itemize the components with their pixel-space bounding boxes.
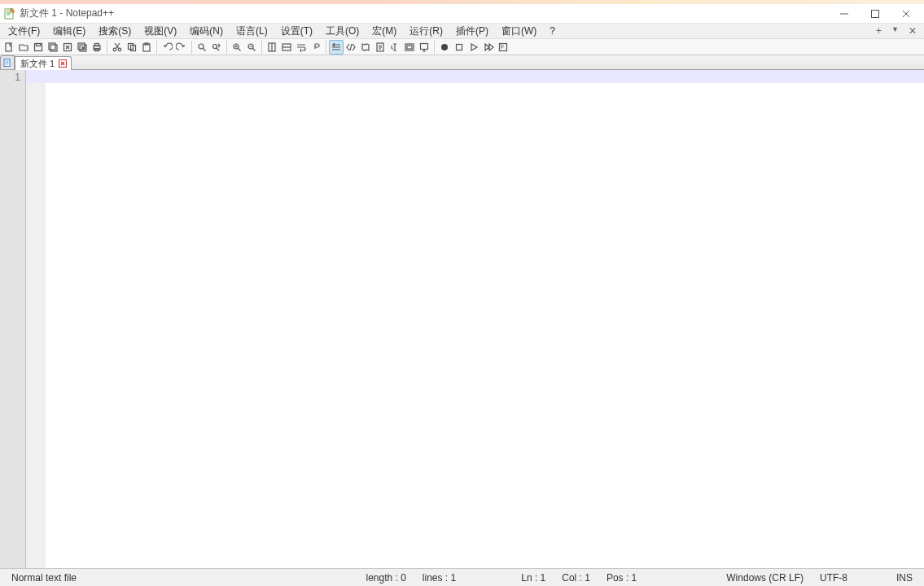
menu-view[interactable]: 视图(V) — [138, 24, 183, 39]
save-macro-button[interactable] — [496, 40, 510, 55]
paste-button[interactable] — [139, 40, 154, 55]
svg-rect-5 — [49, 43, 55, 50]
zoom-out-button[interactable] — [244, 40, 259, 55]
app-icon — [3, 7, 16, 20]
menu-language[interactable]: 语言(L) — [230, 24, 274, 39]
toolbar-separator — [434, 41, 435, 54]
status-encoding[interactable]: UTF-8 — [812, 569, 856, 586]
menu-settings[interactable]: 设置(T) — [274, 24, 319, 39]
current-line-highlight — [46, 70, 924, 83]
indent-guide-button[interactable] — [329, 40, 344, 55]
menu-encoding[interactable]: 编码(N) — [183, 24, 230, 39]
status-length: length : 0 — [357, 569, 414, 586]
menubar-close-button[interactable]: ✕ — [906, 25, 919, 37]
record-macro-button[interactable] — [437, 40, 452, 55]
toolbar — [0, 39, 924, 55]
svg-rect-1 — [872, 10, 879, 17]
cut-button[interactable] — [110, 40, 125, 55]
doc-map-button[interactable] — [358, 40, 373, 55]
status-pos: Pos : 1 — [598, 569, 645, 586]
folder-workspace-button[interactable] — [402, 40, 417, 55]
zoom-in-button[interactable] — [230, 40, 244, 55]
menu-window[interactable]: 窗口(W) — [495, 24, 543, 39]
toolbar-separator — [156, 41, 157, 54]
statusbar: Normal text file length : 0 lines : 1 Ln… — [0, 568, 924, 586]
menu-search[interactable]: 搜索(S) — [92, 24, 138, 39]
save-all-button[interactable] — [46, 40, 60, 55]
menu-edit[interactable]: 编辑(E) — [46, 24, 92, 39]
tab-label: 新文件 1 — [20, 58, 55, 70]
menu-tools[interactable]: 工具(O) — [319, 24, 366, 39]
svg-point-29 — [441, 44, 448, 50]
tab-close-button[interactable] — [58, 59, 68, 68]
wrap-button[interactable] — [294, 40, 309, 55]
svg-rect-11 — [95, 43, 99, 46]
close-button[interactable] — [896, 6, 916, 22]
sync-h-button[interactable] — [279, 40, 294, 55]
print-button[interactable] — [90, 40, 104, 55]
toolbar-separator — [226, 41, 227, 54]
document-tab[interactable]: 新文件 1 — [15, 56, 72, 70]
svg-rect-3 — [35, 43, 42, 50]
toolbar-separator — [261, 41, 262, 54]
line-number-gutter: 1 — [0, 70, 26, 568]
menubar-dropdown-button[interactable]: ▼ — [889, 25, 901, 37]
svg-rect-2 — [6, 43, 11, 51]
window-title: 新文件 1 - Notepad++ — [20, 7, 834, 20]
close-all-button[interactable] — [75, 40, 90, 55]
svg-point-19 — [199, 44, 204, 49]
svg-rect-30 — [457, 44, 462, 50]
status-lines: lines : 1 — [414, 569, 464, 586]
copy-button[interactable] — [125, 40, 139, 55]
minimize-button[interactable] — [834, 6, 854, 22]
redo-button[interactable] — [174, 40, 189, 55]
editor-area: 1 — [0, 70, 924, 568]
stop-macro-button[interactable] — [452, 40, 466, 55]
play-macro-button[interactable] — [466, 40, 481, 55]
close-file-button[interactable] — [60, 40, 75, 55]
text-editor[interactable] — [46, 70, 924, 568]
toolbar-separator — [107, 41, 107, 54]
monitor-button[interactable] — [417, 40, 431, 55]
menu-run[interactable]: 运行(R) — [403, 24, 449, 39]
fold-margin — [26, 70, 46, 568]
status-filetype: Normal text file — [3, 569, 85, 586]
tabbar: 新文件 1 — [0, 55, 924, 70]
toolbar-separator — [326, 41, 326, 54]
window-controls — [834, 6, 916, 22]
line-number: 1 — [0, 71, 20, 84]
titlebar: 新文件 1 - Notepad++ — [0, 4, 924, 24]
svg-rect-28 — [421, 43, 428, 49]
svg-rect-27 — [407, 46, 412, 49]
toolbar-separator — [191, 41, 192, 54]
save-button[interactable] — [31, 40, 46, 55]
menubar-right-controls: + ▼ ✕ — [874, 25, 919, 37]
menubar-plus-button[interactable]: + — [874, 25, 884, 37]
status-insert-mode[interactable]: INS — [888, 569, 921, 586]
tab-doc-icon[interactable] — [0, 55, 15, 69]
menubar: 文件(F) 编辑(E) 搜索(S) 视图(V) 编码(N) 语言(L) 设置(T… — [0, 24, 924, 39]
new-file-button[interactable] — [2, 40, 16, 55]
status-col: Col : 1 — [554, 569, 598, 586]
svg-point-20 — [213, 44, 217, 48]
status-ln: Ln : 1 — [513, 569, 554, 586]
svg-rect-6 — [50, 45, 57, 51]
open-file-button[interactable] — [16, 40, 31, 55]
status-eol[interactable]: Windows (CR LF) — [718, 569, 812, 586]
sync-v-button[interactable] — [265, 40, 279, 55]
menu-help[interactable]: ? — [543, 24, 562, 37]
maximize-button[interactable] — [865, 6, 885, 22]
show-all-chars-button[interactable] — [309, 40, 323, 55]
svg-rect-4 — [37, 43, 41, 46]
play-multi-button[interactable] — [481, 40, 496, 55]
menu-plugins[interactable]: 插件(P) — [449, 24, 495, 39]
lang-xml-button[interactable] — [344, 40, 358, 55]
menu-macro[interactable]: 宏(M) — [366, 24, 403, 39]
undo-button[interactable] — [160, 40, 174, 55]
function-list-button[interactable] — [388, 40, 402, 55]
find-button[interactable] — [195, 40, 209, 55]
replace-button[interactable] — [209, 40, 224, 55]
doc-list-button[interactable] — [373, 40, 388, 55]
menu-file[interactable]: 文件(F) — [2, 24, 46, 39]
